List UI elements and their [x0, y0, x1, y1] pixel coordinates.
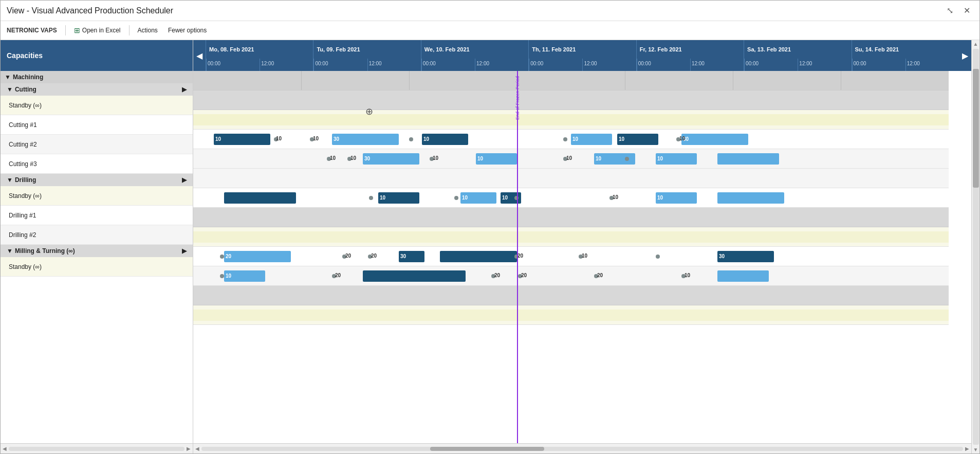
left-scroll-arrow-left[interactable]: ◀	[1, 446, 7, 451]
c2-lbl1: 10	[330, 155, 336, 161]
day7-hours: 00:00 12:00	[852, 59, 959, 71]
milling-standby-label: Standby (∞)	[9, 263, 42, 270]
title-bar: View - Visual Advanced Production Schedu…	[1, 1, 979, 21]
subgroup-drilling[interactable]: ▼ Drilling ▶	[1, 174, 193, 186]
gantt-scrollbar-thumb[interactable]	[430, 447, 544, 451]
day1-h2: 12:00	[260, 59, 313, 71]
c2-bar1[interactable]: 30	[363, 153, 419, 165]
d1-bar4[interactable]: 30	[717, 251, 774, 262]
separator-1	[65, 25, 66, 35]
cutting1-bar6[interactable]: 30	[681, 134, 748, 145]
c2-bar3-lbl: 10	[596, 156, 601, 161]
vscroll-up[interactable]: ▲	[972, 40, 979, 48]
cutting1-bar4[interactable]: 10	[571, 134, 612, 145]
c3-bar6[interactable]	[717, 192, 784, 204]
day1-hours: 00:00 12:00	[206, 59, 313, 71]
minimize-button[interactable]: ⤡	[944, 5, 956, 16]
drilling-triangle: ▼	[7, 176, 13, 184]
c2-bar4-lbl: 10	[657, 156, 663, 161]
drilling2-row: Drilling #2	[1, 225, 193, 245]
timeline-days: Mo, 08. Feb 2021 00:00 12:00 Tu, 09. Feb…	[206, 40, 959, 71]
frozen-period-label: End of Frozen Period	[515, 76, 520, 120]
d1-dot1	[220, 255, 224, 259]
day1-label: Mo, 08. Feb 2021	[206, 40, 313, 59]
d1-lbl2: 20	[371, 253, 377, 259]
vscroll-track[interactable]	[973, 49, 979, 445]
timeline-day-4: Th, 11. Feb 2021 00:00 12:00	[528, 40, 636, 71]
d2-bar3[interactable]	[717, 270, 769, 282]
timeline-nav-left[interactable]: ◀	[193, 40, 206, 71]
timeline-day-1: Mo, 08. Feb 2021 00:00 12:00	[206, 40, 313, 71]
standby-bar-cutting	[193, 114, 949, 125]
d1-bar2[interactable]: 30	[399, 251, 424, 262]
subgroup-cutting[interactable]: ▼ Cutting ▶	[1, 83, 193, 96]
d1-lbl3: 20	[517, 253, 523, 259]
gantt-cutting3: 10 10 10 10 10	[193, 188, 949, 208]
gantt-scrollbar-track[interactable]	[201, 447, 963, 451]
cutting1-bar5[interactable]: 10	[617, 134, 658, 145]
cutting1-bar3[interactable]: 10	[422, 134, 468, 145]
gantt-cutting-header	[193, 90, 949, 110]
day3-hours: 00:00 12:00	[421, 59, 528, 71]
cutting1-bar1[interactable]: 10	[214, 134, 270, 145]
d1-bar1-lbl: 20	[226, 253, 231, 259]
day5-h1: 00:00	[637, 59, 690, 71]
brand-label: NETRONIC VAPS	[7, 27, 57, 34]
timeline-nav-right[interactable]: ▶	[959, 40, 971, 71]
bar3-label1: 10	[423, 136, 429, 142]
gantt-scroll-left[interactable]: ◀	[195, 446, 199, 451]
gantt-drilling-standby	[193, 227, 949, 247]
c3-bar2[interactable]: 10	[378, 192, 419, 204]
d1-bar3[interactable]	[440, 251, 517, 262]
subgroup-milling[interactable]: ▼ Milling & Turning (∞) ▶	[1, 245, 193, 257]
main-window: View - Visual Advanced Production Schedu…	[0, 0, 980, 454]
milling-label: Milling & Turning (∞)	[15, 247, 75, 255]
c3-bar3[interactable]: 10	[460, 192, 496, 204]
d2-bar1[interactable]: 10	[224, 270, 265, 282]
excel-label: Open in Excel	[82, 27, 121, 34]
vscroll-down[interactable]: ▼	[972, 446, 979, 453]
cutting-standby-label: Standby (∞)	[9, 102, 42, 109]
left-panel: Capacities ▼ Machining ▼ Cutting ▶ Stand…	[1, 40, 193, 453]
gantt-milling-standby	[193, 305, 949, 325]
c2-lbl2: 10	[350, 155, 356, 161]
milling-standby-bar	[193, 310, 949, 321]
c2-bar4[interactable]: 10	[656, 153, 697, 165]
c3-bar1[interactable]	[224, 192, 296, 204]
timeline-day-2: Tu, 09. Feb 2021 00:00 12:00	[313, 40, 420, 71]
left-scroll-arrow-right[interactable]: ▶	[187, 446, 193, 451]
c2-bar5[interactable]	[717, 153, 779, 165]
cutting-label: Cutting	[15, 86, 36, 93]
vscroll-thumb[interactable]	[973, 69, 979, 188]
c3-bar5[interactable]: 10	[656, 192, 697, 204]
cutting1-lbl2: 10	[313, 136, 319, 141]
gantt-scroll-right[interactable]: ▶	[965, 446, 969, 451]
c2-bar3[interactable]: 10	[594, 153, 635, 165]
day2-h2: 12:00	[367, 59, 421, 71]
c3-dot1	[369, 196, 373, 200]
close-button[interactable]: ✕	[960, 5, 973, 16]
group-machining[interactable]: ▼ Machining	[1, 71, 193, 83]
c2-lbl3: 10	[433, 155, 438, 161]
d1-bar1[interactable]: 20	[224, 251, 291, 262]
cutting1-bar2[interactable]: 30	[332, 134, 399, 145]
fewer-options-button[interactable]: Fewer options	[164, 25, 211, 36]
c2-bar2[interactable]: 10	[476, 153, 517, 165]
bar1-label1: 10	[215, 136, 221, 142]
day5-hours: 00:00 12:00	[637, 59, 744, 71]
cutting2-row: Cutting #2	[1, 135, 193, 154]
day3-label: We, 10. Feb 2021	[421, 40, 528, 59]
milling-triangle: ▼	[7, 247, 13, 255]
main-area: Capacities ▼ Machining ▼ Cutting ▶ Stand…	[1, 40, 979, 453]
c3-dot2	[454, 196, 458, 200]
cutting1-label: Cutting #1	[9, 121, 37, 129]
right-panel: ◀ Mo, 08. Feb 2021 00:00 12:00 Tu, 09. F…	[193, 40, 971, 453]
open-in-excel-button[interactable]: ⊞ Open in Excel	[70, 24, 125, 37]
d2-lbl1: 20	[335, 273, 341, 278]
d2-bar2[interactable]	[363, 270, 466, 282]
actions-button[interactable]: Actions	[134, 25, 162, 36]
d2-bar1-lbl: 10	[226, 273, 231, 279]
gantt-area[interactable]: End of Frozen Period ⊕	[193, 71, 971, 443]
drilling2-label: Drilling #2	[9, 231, 36, 239]
drilling1-label: Drilling #1	[9, 212, 36, 219]
